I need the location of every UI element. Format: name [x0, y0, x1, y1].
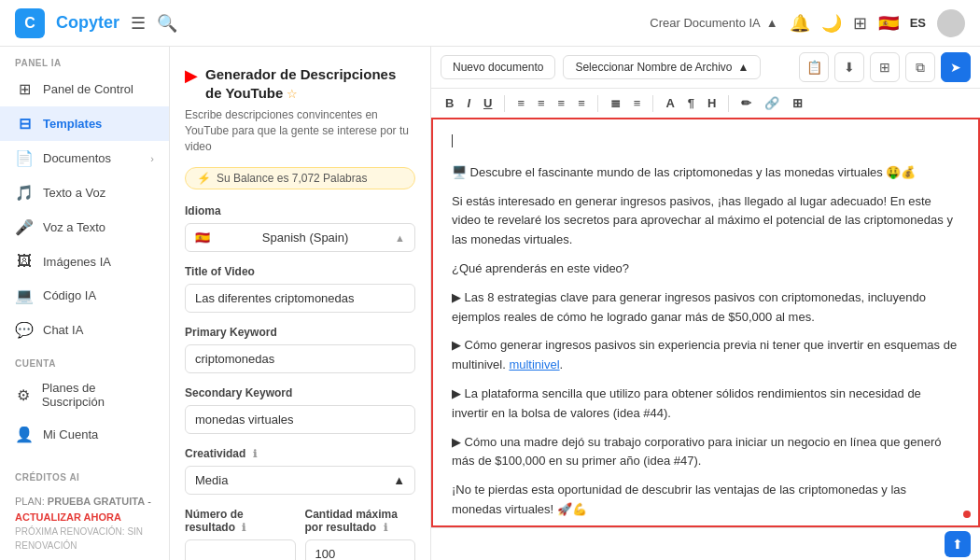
action-btn-4[interactable]: ⧉	[905, 52, 935, 82]
sidebar-item-voz-texto[interactable]: 🎤 Voz a Texto	[0, 210, 169, 245]
plan-update-link[interactable]: ACTUALIZAR AHORA	[15, 511, 121, 523]
editor-content[interactable]: 🖥️ Descubre el fascinante mundo de las c…	[431, 119, 980, 527]
logo-text: Copyter	[56, 13, 119, 33]
plan-free[interactable]: PRUEBA GRATUITA	[48, 496, 145, 507]
plan-box: PLAN: PRUEBA GRATUITA - ACTUALIZAR AHORA…	[0, 486, 169, 560]
creatividad-value: Media	[195, 473, 228, 487]
editor-actions: 📋 ⬇ ⊞ ⧉ ➤	[799, 52, 971, 82]
idioma-label: Idioma	[185, 204, 415, 217]
sidebar-item-codigo-ia[interactable]: 💻 Código IA	[0, 278, 169, 313]
justify-button[interactable]: ≡	[573, 94, 590, 112]
sidebar-item-label: Voz a Texto	[43, 220, 105, 234]
image-icon: 🖼	[15, 253, 34, 270]
star-icon[interactable]: ☆	[287, 87, 298, 101]
red-dot-indicator	[963, 511, 971, 518]
sidebar-item-templates[interactable]: ⊟ Templates	[0, 106, 169, 141]
sidebar-item-panel-control[interactable]: ⊞ Panel de Control	[0, 72, 169, 106]
plans-icon: ⚙	[15, 386, 33, 404]
chat-icon: 💬	[15, 321, 34, 339]
plan-renewal: PRÓXIMA RENOVACIÓN: SIN RENOVACIÓN	[15, 525, 154, 553]
idioma-select[interactable]: 🇪🇸 Spanish (Spain) ▲	[185, 223, 415, 252]
grid-icon[interactable]: ⊞	[853, 13, 867, 34]
crear-doc-label: Crear Documento IA	[650, 16, 761, 30]
plan-separator: -	[147, 496, 151, 507]
editor-footer: ⬆	[431, 527, 980, 560]
cuenta-label: CUENTA	[0, 347, 169, 372]
content-bullet1: ▶ Las 8 estrategias clave para generar i…	[452, 288, 959, 328]
sidebar-item-planes[interactable]: ⚙ Planes de Suscripción	[0, 372, 169, 417]
doc-tab-label: Nuevo documento	[453, 61, 543, 74]
search-icon[interactable]: 🔍	[157, 13, 177, 34]
chevron-up-icon: ▲	[395, 232, 405, 244]
pen-button[interactable]: ✏	[736, 94, 756, 112]
chevron-right-icon: ›	[150, 153, 154, 164]
content-bullet3: ▶ La plataforma sencilla que utilizo par…	[452, 385, 959, 424]
idioma-section: Idioma 🇪🇸 Spanish (Spain) ▲	[185, 204, 415, 252]
align-right-button[interactable]: ≡	[553, 94, 570, 112]
sidebar-item-mi-cuenta[interactable]: 👤 Mi Cuenta	[0, 417, 169, 452]
primary-keyword-input[interactable]	[185, 344, 415, 373]
sidebar-item-imagenes-ia[interactable]: 🖼 Imágenes IA	[0, 245, 169, 278]
cantidad-label: Cantidad máxima por resultado ℹ	[305, 508, 416, 534]
italic-button[interactable]: I	[462, 94, 475, 112]
cantidad-max-input[interactable]	[305, 539, 416, 560]
scroll-top-button[interactable]: ⬆	[945, 531, 971, 557]
separator	[652, 95, 653, 112]
list-ul-button[interactable]: ≡	[629, 94, 646, 112]
main-layout: PANEL IA ⊞ Panel de Control ⊟ Templates …	[0, 47, 980, 560]
balance-badge: ⚡ Su Balance es 7,072 Palabras	[185, 167, 415, 189]
lang-code: ES	[910, 16, 926, 30]
font-size-button[interactable]: ¶	[683, 94, 699, 112]
bell-icon[interactable]: 🔔	[790, 13, 810, 34]
secondary-keyword-input[interactable]	[185, 405, 415, 434]
underline-button[interactable]: U	[479, 94, 497, 112]
action-btn-3[interactable]: ⊞	[870, 52, 900, 82]
heading-button[interactable]: H	[703, 94, 721, 112]
header-left: C Copyter ☰ 🔍	[15, 8, 177, 38]
sidebar-item-label: Templates	[43, 117, 102, 131]
moon-icon[interactable]: 🌙	[821, 13, 842, 34]
multinivel-link[interactable]: multinivel	[509, 357, 559, 371]
action-btn-5[interactable]: ➤	[941, 52, 971, 82]
creatividad-section: Creatividad ℹ Media ▲	[185, 447, 415, 495]
creatividad-select[interactable]: Media ▲	[185, 466, 415, 495]
numero-resultado-input[interactable]	[185, 539, 296, 560]
menu-icon[interactable]: ☰	[131, 13, 146, 34]
action-btn-2[interactable]: ⬇	[834, 52, 864, 82]
editor-cursor	[452, 134, 453, 147]
list-ol-button[interactable]: ≣	[606, 94, 625, 112]
info-icon[interactable]: ℹ	[253, 448, 257, 459]
numero-label: Número de resultado ℹ	[185, 508, 296, 534]
align-left-button[interactable]: ≡	[512, 94, 529, 112]
action-btn-1[interactable]: 📋	[799, 52, 829, 82]
chevron-up-icon: ▲	[738, 61, 749, 74]
bold-button[interactable]: B	[441, 94, 458, 112]
user-avatar[interactable]	[937, 9, 965, 37]
grid-icon: ⊞	[15, 80, 34, 98]
info-icon-cant[interactable]: ℹ	[384, 522, 387, 533]
doc-tab[interactable]: Nuevo documento	[441, 55, 555, 79]
sidebar-item-documentos[interactable]: 📄 Documentos ›	[0, 141, 169, 175]
document-icon: 📄	[15, 149, 34, 167]
table-button[interactable]: ⊞	[788, 94, 807, 112]
creatividad-label: Creatividad ℹ	[185, 447, 415, 460]
crear-documento-button[interactable]: Crear Documento IA ▲	[650, 16, 777, 30]
sidebar-item-label: Código IA	[43, 288, 96, 302]
link-button[interactable]: 🔗	[760, 94, 784, 112]
audio-icon: 🎵	[15, 184, 34, 202]
sidebar-item-label: Texto a Voz	[43, 186, 105, 200]
secondary-keyword-label: Secondary Keyword	[185, 386, 415, 399]
editor-panel: Nuevo documento Seleccionar Nombre de Ar…	[431, 47, 980, 560]
font-a-button[interactable]: A	[661, 94, 679, 112]
generator-title-line2: de YouTube	[205, 85, 283, 101]
info-icon-num[interactable]: ℹ	[242, 522, 245, 533]
mic-icon: 🎤	[15, 218, 34, 236]
sidebar-item-texto-voz[interactable]: 🎵 Texto a Voz	[0, 175, 169, 210]
sidebar-item-chat-ia[interactable]: 💬 Chat IA	[0, 313, 169, 347]
title-video-input[interactable]	[185, 284, 415, 313]
filename-selector[interactable]: Seleccionar Nombre de Archivo ▲	[563, 55, 761, 79]
language-flag[interactable]: 🇪🇸	[878, 13, 899, 34]
balance-label: Su Balance es 7,072 Palabras	[217, 172, 367, 185]
primary-keyword-section: Primary Keyword	[185, 326, 415, 373]
align-center-button[interactable]: ≡	[533, 94, 550, 112]
